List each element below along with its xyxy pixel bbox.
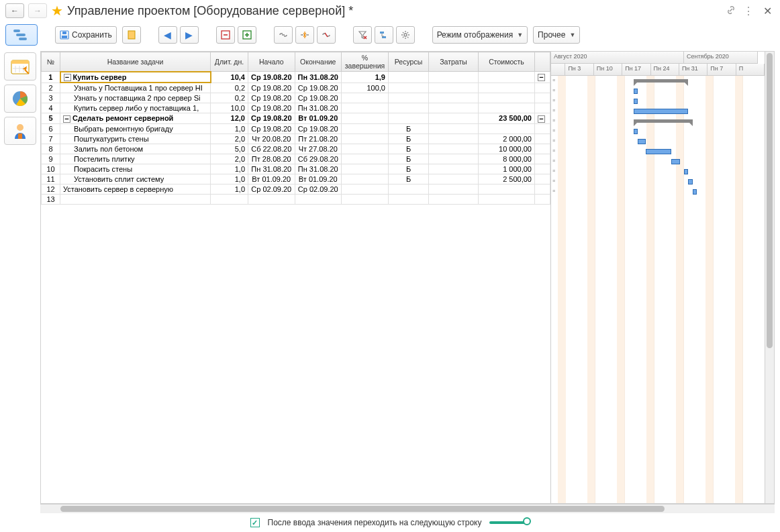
- outdent-button[interactable]: [216, 26, 235, 44]
- sidebar-gantt-view-button[interactable]: [5, 24, 38, 46]
- collapse-icon[interactable]: −: [64, 74, 71, 81]
- gantt-task-bar[interactable]: [634, 109, 689, 114]
- indent-button[interactable]: [238, 26, 256, 44]
- task-row[interactable]: 8 Залить пол бетоном 5,0 Сб 22.08.20 Чт …: [42, 144, 550, 154]
- svg-rect-6: [128, 31, 135, 39]
- sidebar-resources-button[interactable]: [4, 117, 36, 145]
- split-tasks-button[interactable]: [295, 26, 314, 44]
- svg-rect-5: [62, 32, 66, 34]
- auto-advance-checkbox[interactable]: ✓: [250, 518, 260, 527]
- col-header-name[interactable]: Название задачи: [60, 52, 211, 72]
- save-button[interactable]: Сохранить: [55, 26, 117, 44]
- document-button[interactable]: [122, 26, 141, 44]
- link-tasks-button[interactable]: [274, 26, 293, 44]
- gantt-row[interactable]: ≡: [551, 187, 765, 197]
- task-row[interactable]: 2 Узнать у Поставщика 1 про сервер HI 0,…: [42, 83, 550, 93]
- gantt-row[interactable]: ≡: [551, 156, 765, 166]
- gantt-month-header: Сентябрь 2020: [684, 52, 758, 64]
- col-header-duration[interactable]: Длит. дн.: [211, 52, 248, 72]
- task-row[interactable]: 10 Покрасить стены 1,0 Пн 31.08.20 Пн 31…: [42, 164, 550, 174]
- task-row[interactable]: 13: [42, 194, 550, 204]
- gantt-task-bar[interactable]: [693, 189, 697, 195]
- expand-icon[interactable]: −: [538, 115, 545, 123]
- gantt-row[interactable]: ≡: [551, 146, 765, 156]
- col-header-price[interactable]: Стоимость: [478, 52, 534, 72]
- close-button[interactable]: ✕: [761, 5, 775, 17]
- svg-point-20: [404, 34, 407, 36]
- hierarchy-button[interactable]: [375, 26, 393, 44]
- collapse-icon[interactable]: −: [63, 115, 70, 123]
- gantt-summary-bar[interactable]: [634, 119, 693, 123]
- gantt-row[interactable]: ≡: [551, 136, 765, 146]
- expand-icon[interactable]: −: [538, 74, 545, 81]
- other-dropdown[interactable]: Прочее ▼: [533, 26, 580, 44]
- auto-advance-label: После ввода значения переходить на следу…: [268, 518, 482, 527]
- window-title: Управление проектом [Оборудование сервер…: [67, 4, 722, 18]
- gantt-task-bar[interactable]: [638, 139, 646, 144]
- display-mode-label: Режим отображения: [437, 30, 514, 40]
- sidebar-calendar-button[interactable]: [4, 52, 36, 81]
- other-label: Прочее: [538, 30, 565, 40]
- display-mode-dropdown[interactable]: Режим отображения ▼: [432, 26, 528, 44]
- vertical-scrollbar[interactable]: [765, 52, 774, 503]
- svg-rect-4: [62, 36, 67, 38]
- horizontal-scrollbar[interactable]: [40, 504, 775, 513]
- gantt-task-bar[interactable]: [684, 169, 688, 174]
- zoom-slider[interactable]: [489, 521, 530, 524]
- gantt-task-bar[interactable]: [634, 89, 638, 94]
- task-row[interactable]: 6 Выбрать ремонтную бригаду 1,0 Ср 19.08…: [42, 123, 550, 134]
- unlink-tasks-button[interactable]: [317, 26, 336, 44]
- col-header-expand[interactable]: [534, 52, 550, 72]
- favorite-star-icon[interactable]: ★: [51, 3, 63, 19]
- forward-button[interactable]: →: [28, 3, 47, 18]
- gantt-task-bar[interactable]: [688, 179, 692, 184]
- task-grid[interactable]: № Название задачи Длит. дн. Начало Оконч…: [41, 52, 550, 503]
- back-button[interactable]: ←: [5, 3, 24, 18]
- gantt-row[interactable]: ≡: [551, 166, 765, 176]
- col-header-pct[interactable]: % завершения: [341, 52, 388, 72]
- link-icon[interactable]: [726, 5, 736, 17]
- gantt-row[interactable]: ≡: [551, 76, 765, 86]
- gantt-row[interactable]: ≡: [551, 106, 765, 116]
- svg-rect-1: [16, 34, 26, 36]
- save-button-label: Сохранить: [72, 30, 112, 40]
- gantt-task-bar[interactable]: [634, 129, 638, 134]
- task-row[interactable]: 5 −Сделать ремонт серверной 12,0 Ср 19.0…: [42, 113, 550, 124]
- gantt-row[interactable]: ≡: [551, 116, 765, 126]
- col-header-num[interactable]: №: [42, 52, 60, 72]
- filter-clear-button[interactable]: [353, 26, 372, 44]
- gantt-task-bar[interactable]: [646, 149, 671, 154]
- gantt-task-bar[interactable]: [634, 99, 638, 104]
- col-header-costs[interactable]: Затраты: [428, 52, 478, 72]
- task-row[interactable]: 3 Узнать у поставщика 2 про сервер Si 0,…: [42, 93, 550, 103]
- task-row[interactable]: 7 Поштукатурить стены 2,0 Чт 20.08.20 Пт…: [42, 134, 550, 144]
- gantt-week-header: Пн 17: [622, 64, 650, 76]
- task-row[interactable]: 9 Постелить плитку 2,0 Пт 28.08.20 Сб 29…: [42, 154, 550, 164]
- svg-rect-18: [380, 32, 384, 34]
- gantt-task-bar[interactable]: [671, 159, 680, 164]
- next-button[interactable]: ▶: [180, 26, 199, 44]
- col-header-end[interactable]: Окончание: [295, 52, 341, 72]
- settings-gear-button[interactable]: [396, 26, 415, 44]
- gantt-row[interactable]: ≡: [551, 126, 765, 136]
- chevron-down-icon: ▼: [517, 32, 523, 38]
- task-row[interactable]: 11 Установить сплит систему 1,0 Вт 01.09…: [42, 174, 550, 184]
- task-row[interactable]: 4 Купить сервер либо у поставщика 1, 10,…: [42, 103, 550, 113]
- col-header-start[interactable]: Начало: [248, 52, 295, 72]
- task-row[interactable]: 1 −Купить сервер 10,4 Ср 19.08.20 Пн 31.…: [42, 72, 550, 83]
- svg-rect-2: [19, 38, 27, 40]
- task-row[interactable]: 12 Установить сервер в серверную 1,0 Ср …: [42, 184, 550, 194]
- gantt-chart[interactable]: Август 2020Сентябрь 2020 Пн 3Пн 10Пн 17П…: [550, 52, 765, 503]
- gantt-summary-bar[interactable]: [634, 79, 689, 83]
- gantt-row[interactable]: ≡: [551, 176, 765, 187]
- footer: ✓ После ввода значения переходить на сле…: [0, 513, 780, 532]
- col-header-resources[interactable]: Ресурсы: [388, 52, 428, 72]
- gantt-row[interactable]: ≡: [551, 86, 765, 96]
- gantt-week-header: Пн 24: [651, 64, 679, 76]
- gantt-week-header: Пн 10: [594, 64, 622, 76]
- sidebar-chart-button[interactable]: [4, 85, 36, 113]
- more-menu-icon[interactable]: ⋮: [743, 5, 754, 17]
- gantt-week-header: П: [736, 64, 765, 76]
- prev-button[interactable]: ◀: [158, 26, 177, 44]
- gantt-row[interactable]: ≡: [551, 96, 765, 106]
